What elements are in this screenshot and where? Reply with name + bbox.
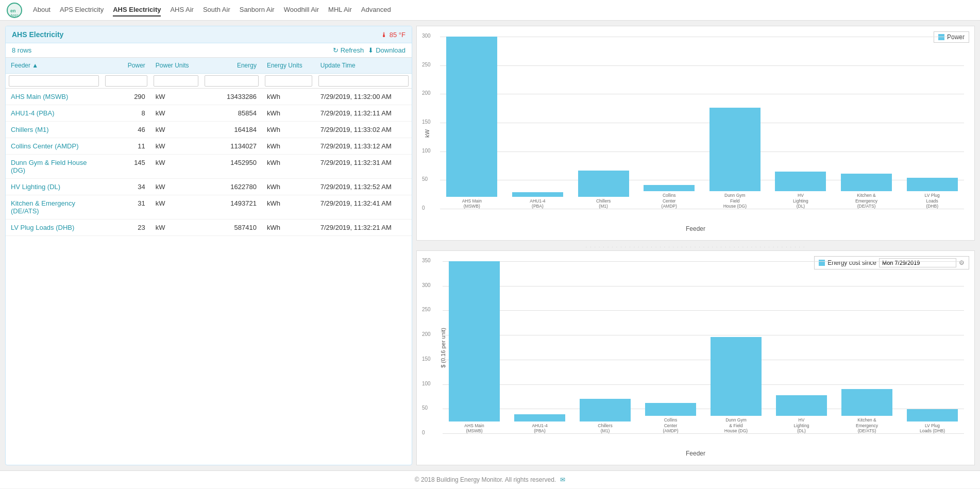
filter-power-units[interactable]: [154, 75, 198, 87]
bar-label: Dunn Gym & Field House (DG): [724, 417, 748, 434]
bar[interactable]: [776, 395, 826, 416]
table-row: HV Lighting (DL) 34 kW 1622780 kWh 7/29/…: [6, 179, 412, 195]
filter-power[interactable]: [105, 75, 147, 87]
bar-label: Chillers (M1): [596, 198, 611, 209]
bar[interactable]: [512, 192, 563, 197]
cell-feeder: Chillers (M1): [6, 122, 102, 138]
cell-feeder: Kitchen & Emergency (DE/ATS): [6, 195, 102, 220]
cell-energy-units: kWh: [262, 105, 315, 122]
chart1-y-label: kW: [424, 129, 430, 138]
table-row: AHU1-4 (PBA) 8 kW 85854 kWh 7/29/2019, 1…: [6, 105, 412, 122]
cell-power-units: kW: [150, 155, 201, 179]
panel-header: AHS Electricity 🌡 85 °F: [6, 26, 412, 43]
filter-update-time[interactable]: [318, 75, 409, 87]
bar-group: Collins Center (AMDP): [637, 37, 701, 209]
nav-woodhill-air[interactable]: Woodhill Air: [284, 4, 319, 16]
cell-power-units: kW: [150, 179, 201, 195]
nav-ahs-air[interactable]: AHS Air: [170, 4, 194, 16]
chart1-bars: AHS Main (MSWB)AHU1-4 (PBA)Chillers (M1)…: [440, 37, 964, 209]
cell-update-time: 7/29/2019, 11:32:21 AM: [315, 220, 412, 236]
col-feeder[interactable]: Feeder ▲: [6, 58, 102, 74]
bar[interactable]: [514, 414, 565, 421]
cell-feeder: AHS Main (MSWB): [6, 89, 102, 105]
filter-feeder[interactable]: [9, 75, 99, 87]
download-button[interactable]: ⬇ Download: [368, 46, 405, 54]
cell-energy: 1622780: [201, 179, 262, 195]
cell-update-time: 7/29/2019, 11:32:00 AM: [315, 89, 412, 105]
filter-energy-units[interactable]: [265, 75, 312, 87]
col-update-time[interactable]: Update Time: [315, 58, 412, 74]
cell-power: 11: [102, 138, 150, 155]
cell-update-time: 7/29/2019, 11:32:52 AM: [315, 179, 412, 195]
bar-group: Kitchen & Emergency (DE/ATS): [835, 37, 899, 209]
bar-group: Dunn Gym & Field House (DG): [704, 261, 768, 434]
bar[interactable]: [578, 171, 629, 197]
cell-energy-units: kWh: [262, 179, 315, 195]
bar-label: AHU1-4 (PBA): [532, 423, 547, 434]
bar[interactable]: [907, 178, 958, 191]
bar[interactable]: [446, 37, 497, 197]
bar-group: LV Plug Loads (DHB): [901, 261, 964, 434]
nav-mhl-air[interactable]: MHL Air: [328, 4, 352, 16]
table-row: AHS Main (MSWB) 290 kW 13433286 kWh 7/29…: [6, 89, 412, 105]
toolbar: 8 rows ↻ Refresh ⬇ Download: [6, 43, 412, 58]
bar[interactable]: [841, 389, 892, 416]
cell-energy-units: kWh: [262, 122, 315, 138]
cell-power-units: kW: [150, 105, 201, 122]
cell-update-time: 7/29/2019, 11:32:41 AM: [315, 195, 412, 220]
bar[interactable]: [841, 174, 892, 192]
cell-power: 290: [102, 89, 150, 105]
col-power-units[interactable]: Power Units: [150, 58, 201, 74]
filter-energy[interactable]: [205, 75, 259, 87]
cell-power: 46: [102, 122, 150, 138]
nav-aps-electricity[interactable]: APS Electricity: [60, 4, 104, 16]
bar-group: AHU1-4 (PBA): [508, 261, 571, 434]
svg-text:Apps: Apps: [10, 13, 19, 18]
cell-energy: 1452950: [201, 155, 262, 179]
cell-power: 8: [102, 105, 150, 122]
cell-energy: 13433286: [201, 89, 262, 105]
download-label: Download: [376, 46, 405, 54]
bar-label: LV Plug Loads (DHB): [925, 193, 940, 209]
bar-label: HV Lighting (DL): [794, 417, 809, 434]
refresh-button[interactable]: ↻ Refresh: [333, 46, 364, 54]
nav-south-air[interactable]: South Air: [203, 4, 230, 16]
cell-energy-units: kWh: [262, 138, 315, 155]
bar[interactable]: [644, 185, 695, 191]
bar[interactable]: [580, 399, 630, 421]
footer-text: © 2018 Building Energy Monitor. All righ…: [415, 476, 556, 483]
bar[interactable]: [907, 409, 957, 421]
nav-sanborn-air[interactable]: Sanborn Air: [240, 4, 275, 16]
bar-group: HV Lighting (DL): [770, 261, 833, 434]
email-icon[interactable]: ✉: [560, 476, 565, 483]
chart1-panel: Power kW 300 250 200 150 100 50 0: [416, 26, 975, 241]
bar-group: AHS Main (MSWB): [443, 261, 506, 434]
bar[interactable]: [645, 403, 696, 416]
nav-advanced[interactable]: Advanced: [361, 4, 391, 16]
cell-update-time: 7/29/2019, 11:32:31 AM: [315, 155, 412, 179]
bar[interactable]: [449, 261, 499, 421]
bar-label: AHU1-4 (PBA): [530, 198, 545, 209]
navbar: en Apps About APS Electricity AHS Electr…: [0, 0, 980, 21]
col-power[interactable]: Power: [102, 58, 150, 74]
bar[interactable]: [775, 172, 826, 191]
cell-feeder: HV Lighting (DL): [6, 179, 102, 195]
chart2-x-label: Feeder: [686, 450, 705, 457]
bar-group: Kitchen & Emergency (DE/ATS): [835, 261, 899, 434]
nav-ahs-electricity[interactable]: AHS Electricity: [113, 4, 161, 16]
cell-energy-units: kWh: [262, 155, 315, 179]
chart1-x-label: Feeder: [686, 225, 705, 232]
bar[interactable]: [709, 108, 761, 191]
bar-label: Kitchen & Emergency (DE/ATS): [855, 193, 877, 209]
nav-about[interactable]: About: [33, 4, 50, 16]
bar-group: Chillers (M1): [573, 261, 637, 434]
cell-energy: 1493721: [201, 195, 262, 220]
nav-links: About APS Electricity AHS Electricity AH…: [33, 4, 391, 16]
bar-label: HV Lighting (DL): [793, 193, 808, 209]
panel-divider: · · · · · · · · · · · · · · · · · · · · …: [416, 245, 975, 249]
col-energy-units[interactable]: Energy Units: [262, 58, 315, 74]
bar-label: Collins Center (AMDP): [663, 417, 678, 434]
bar[interactable]: [711, 337, 761, 416]
col-energy[interactable]: Energy: [201, 58, 262, 74]
cell-update-time: 7/29/2019, 11:33:02 AM: [315, 122, 412, 138]
